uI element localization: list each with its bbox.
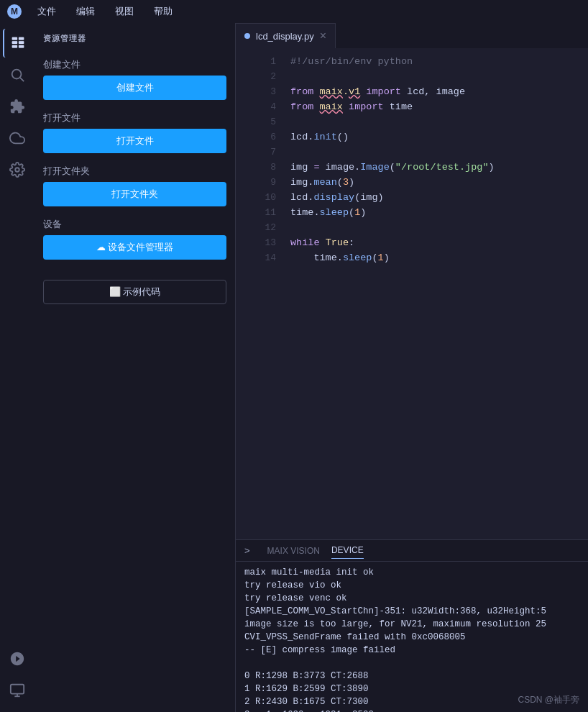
svg-rect-9 [11,685,24,694]
device-section: 设备 ☁ 设备文件管理器 [43,218,226,260]
activity-cloud[interactable] [3,124,32,152]
code-line-1: 1 #!/usr/bin/env python [236,54,588,69]
menu-edit[interactable]: 编辑 [72,4,99,19]
line-num-11: 11 [250,205,276,220]
code-line-5: 5 [236,114,588,129]
device-manager-button[interactable]: ☁ 设备文件管理器 [43,235,226,260]
svg-rect-2 [12,45,17,48]
code-line-11: 11 time.sleep(1) [236,205,588,220]
term-line-2: try release venc ok [244,592,579,605]
svg-rect-5 [19,45,24,48]
code-line-6: 6 lcd.init() [236,129,588,145]
code-content-6: lcd.init() [290,129,574,145]
code-line-8: 8 img = image.Image("/root/test.jpg") [236,160,588,175]
create-file-section: 创建文件 创建文件 [43,58,226,100]
activity-bottom [3,644,32,712]
example-code-section: ⬜ 示例代码 [43,280,226,304]
code-line-10: 10 lcd.display(img) [236,190,588,205]
code-line-2: 2 [236,69,588,84]
line-num-9: 9 [250,175,276,190]
code-content-8: img = image.Image("/root/test.jpg") [290,160,574,175]
code-line-9: 9 img.mean(3) [236,175,588,190]
activity-extensions[interactable] [3,92,32,121]
example-code-button[interactable]: ⬜ 示例代码 [43,280,226,304]
term-line-0: maix multi-media init ok [244,566,579,579]
term-line-11: 3 ..1 .1630 ..1031 .3500 [244,708,579,712]
term-line-6: -- [E] compress image failed [244,644,579,657]
activity-settings[interactable] [3,155,32,184]
line-num-1: 1 [250,54,276,69]
terminal-prompt-icon: > [244,545,250,556]
svg-line-7 [20,78,24,81]
line-num-2: 2 [250,69,276,84]
code-content-4: from maix import time [290,99,574,114]
menu-view[interactable]: 视图 [111,4,138,19]
device-label: 设备 [43,218,226,231]
svg-rect-0 [12,37,17,40]
editor-tab[interactable]: lcd_display.py × [236,23,336,48]
tab-close-button[interactable]: × [320,29,326,42]
code-line-7: 7 [236,145,588,160]
line-num-12: 12 [250,220,276,235]
line-num-10: 10 [250,190,276,205]
term-line-5: CVI_VPSS_SendFrame failed with 0xc006800… [244,631,579,644]
menu-help[interactable]: 帮助 [150,4,177,19]
term-line-7 [244,657,579,670]
terminal-tab-device[interactable]: DEVICE [331,542,364,559]
code-line-13: 13 while True: [236,235,588,250]
line-num-3: 3 [250,84,276,99]
line-num-8: 8 [250,160,276,175]
terminal-tabs: > MAIX VISION DEVICE [236,540,588,562]
line-num-14: 14 [250,250,276,265]
main-area: 资源管理器 创建文件 创建文件 打开文件 打开文件 打开文件夹 打开文件夹 设备… [0,23,588,712]
svg-rect-3 [19,37,24,40]
line-num-4: 4 [250,99,276,114]
sidebar: 资源管理器 创建文件 创建文件 打开文件 打开文件 打开文件夹 打开文件夹 设备… [35,23,236,712]
code-content-2 [290,69,574,84]
line-num-13: 13 [250,235,276,250]
line-num-7: 7 [250,145,276,160]
term-line-1: try release vio ok [244,579,579,592]
code-content-14: time.sleep(1) [290,250,574,265]
svg-point-8 [15,168,19,172]
open-file-button[interactable]: 打开文件 [43,129,226,153]
svg-rect-1 [12,41,17,44]
menu-file[interactable]: 文件 [33,4,60,19]
code-content-13: while True: [290,235,574,250]
activity-terminal[interactable] [3,676,32,705]
term-line-8: 0 R:1298 B:3773 CT:2688 [244,670,579,683]
app-icon: M [7,4,22,19]
open-folder-label: 打开文件夹 [43,165,226,178]
code-line-14: 14 time.sleep(1) [236,250,588,265]
code-content-5 [290,114,574,129]
code-content-3: from maix.v1 import lcd, image [290,84,574,99]
activity-explorer[interactable] [3,29,32,58]
code-line-3: 3 from maix.v1 import lcd, image [236,84,588,99]
code-content-12 [290,220,574,235]
term-line-3: [SAMPLE_COMM_VO_StartChn]-351: u32Width:… [244,605,579,618]
code-content-1: #!/usr/bin/env python [290,54,574,69]
tab-filename: lcd_display.py [256,31,314,42]
terminal-content[interactable]: maix multi-media init ok try release vio… [236,562,588,712]
titlebar: M 文件 编辑 视图 帮助 [0,0,588,23]
code-editor[interactable]: 1 #!/usr/bin/env python 2 3 from maix.v1… [236,48,588,539]
activity-debug[interactable] [3,644,32,673]
terminal-area: > MAIX VISION DEVICE maix multi-media in… [236,539,588,712]
svg-point-6 [12,70,22,79]
code-content-9: img.mean(3) [290,175,574,190]
code-content-11: time.sleep(1) [290,205,574,220]
open-folder-section: 打开文件夹 打开文件夹 [43,165,226,206]
svg-rect-4 [19,41,24,44]
tab-bar: lcd_display.py × [236,23,588,48]
term-line-4: image size is too large, for NV21, maxim… [244,618,579,631]
create-file-button[interactable]: 创建文件 [43,76,226,100]
line-num-6: 6 [250,129,276,145]
sidebar-title: 资源管理器 [43,30,226,47]
terminal-tab-maix[interactable]: MAIX VISION [267,543,320,559]
activity-search[interactable] [3,60,32,89]
code-content-10: lcd.display(img) [290,190,574,205]
open-file-label: 打开文件 [43,111,226,124]
line-num-5: 5 [250,114,276,129]
activity-bar [0,23,35,712]
open-folder-button[interactable]: 打开文件夹 [43,182,226,206]
